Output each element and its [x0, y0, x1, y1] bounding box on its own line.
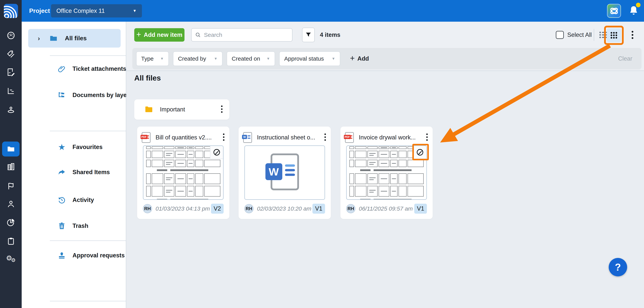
filter-chip-approval-status[interactable]: Approval status ▼	[279, 52, 340, 66]
filter-button[interactable]	[302, 28, 315, 42]
select-all-label: Select All	[567, 32, 592, 38]
project-name: Office Complex 11	[56, 8, 105, 14]
filter-chip-label: Approval status	[284, 56, 324, 62]
sidebar-item-tasks[interactable]	[0, 234, 22, 248]
avatar: RH	[143, 204, 152, 213]
file-thumbnail[interactable]	[143, 145, 224, 200]
version-badge: V2	[211, 204, 224, 214]
file-modified-date: 02/03/2023 10:20 am	[257, 204, 312, 213]
select-all-control[interactable]: Select All	[556, 28, 592, 42]
files-sidebar: › All files Ticket attachments Documents…	[22, 22, 126, 308]
layers-tree-icon	[54, 91, 70, 99]
chevron-down-icon: ▼	[262, 56, 270, 61]
notification-dot	[636, 3, 640, 7]
file-card[interactable]: W Instructional sheet o... W RH 02/03/20…	[238, 126, 331, 219]
flags-icon	[6, 182, 15, 190]
folder-icon	[49, 34, 58, 43]
history-icon	[54, 196, 70, 204]
chevron-right-icon: ›	[38, 34, 40, 42]
kebab-icon	[223, 133, 225, 141]
app-switcher-button[interactable]	[607, 4, 621, 18]
sidebar-item-reports[interactable]	[0, 84, 22, 98]
filter-chip-created-by[interactable]: Created by ▼	[173, 52, 222, 66]
search-input[interactable]	[204, 32, 289, 38]
filter-chip-type[interactable]: Type ▼	[136, 52, 169, 66]
sidebar-item-tags[interactable]	[0, 47, 22, 62]
people-icon	[6, 200, 15, 208]
file-menu-button[interactable]	[324, 133, 326, 142]
edit-circle-icon	[213, 148, 221, 156]
clear-filters-button[interactable]: Clear	[618, 48, 632, 70]
specifications-icon	[6, 162, 15, 171]
brand-logo-icon	[4, 4, 18, 18]
sidebar-item-locate[interactable]	[0, 102, 22, 117]
folder-icon	[144, 105, 154, 114]
files-icon	[6, 144, 15, 154]
chevron-down-icon: ▼	[327, 56, 335, 61]
sidebar-item-analytics[interactable]	[0, 215, 22, 230]
sidebar-item-label: Activity	[72, 196, 94, 204]
sidebar-item-specifications[interactable]	[0, 160, 22, 174]
file-card[interactable]: PDF Bill of quantities v2.... RH 01/03/2…	[137, 126, 229, 219]
stamp-icon	[54, 251, 70, 260]
file-menu-button[interactable]	[223, 133, 225, 142]
version-badge: V1	[312, 204, 325, 214]
annotation-highlight-grid-view	[604, 26, 624, 45]
add-new-item-button[interactable]: + Add new item	[134, 28, 184, 42]
tasks-icon	[6, 237, 15, 246]
more-options-button[interactable]	[628, 30, 637, 40]
divider	[126, 70, 644, 71]
word-document-icon: W	[270, 154, 299, 190]
tags-icon	[6, 50, 15, 59]
help-button[interactable]: ?	[609, 258, 627, 276]
forms-icon	[6, 68, 15, 76]
chevron-down-icon: ▼	[156, 56, 164, 61]
sidebar-item-files[interactable]	[0, 142, 22, 156]
sidebar-item-label: Documents by layers	[72, 92, 132, 98]
sidebar-item-forms[interactable]	[0, 65, 22, 80]
select-all-checkbox[interactable]	[556, 31, 564, 39]
folder-name: Important	[160, 106, 185, 113]
filter-chip-created-on[interactable]: Created on ▼	[227, 52, 275, 66]
dashboard-icon	[6, 31, 15, 40]
file-title: Invoice drywal work...	[359, 134, 416, 141]
filter-funnel-icon	[305, 32, 312, 38]
kebab-icon	[221, 105, 223, 113]
filter-bar: Type ▼ Created by ▼ Created on ▼ Approva…	[132, 48, 642, 70]
sidebar-item-all-files[interactable]: › All files	[28, 29, 121, 48]
trash-icon	[54, 222, 70, 230]
sidebar-item-dashboard[interactable]	[0, 28, 22, 43]
locate-icon	[6, 105, 15, 114]
sidebar-item-label: Approval requests	[72, 252, 125, 259]
file-title: Bill of quantities v2....	[156, 134, 212, 141]
file-card[interactable]: PDF Invoice drywal work... RH 06/11/2025…	[340, 126, 433, 219]
settings-gears-icon: ⚙⚙	[6, 255, 16, 263]
sidebar-item-people[interactable]	[0, 196, 22, 211]
add-new-item-label: Add new item	[144, 32, 182, 38]
app-window: Project Office Complex 11 ▼	[0, 0, 644, 308]
folder-menu-button[interactable]	[221, 105, 223, 114]
plus-icon: +	[350, 54, 355, 63]
folder-card-important[interactable]: Important	[134, 99, 229, 120]
page-title: All files	[134, 74, 161, 82]
top-header-bar: Project Office Complex 11 ▼	[0, 0, 644, 22]
project-selector[interactable]: Office Complex 11 ▼	[51, 4, 142, 18]
sidebar-item-flags[interactable]	[0, 179, 22, 193]
filter-chip-label: Created by	[178, 56, 206, 62]
file-title: Instructional sheet o...	[257, 134, 315, 141]
sidebar-item-project-settings[interactable]: ⚙⚙	[0, 252, 22, 266]
main-content: + Add new item 4 items Select All	[126, 22, 644, 308]
avatar: RH	[346, 204, 355, 213]
app-switcher-icon	[609, 6, 619, 16]
star-icon: ★	[54, 143, 70, 151]
annotate-badge-button[interactable]	[210, 146, 223, 159]
search-field[interactable]	[191, 28, 292, 42]
app-logo[interactable]	[0, 0, 22, 22]
divider	[594, 29, 594, 41]
file-menu-button[interactable]	[426, 133, 428, 142]
icon-rail: ⚙⚙ ›	[0, 22, 22, 308]
filter-chip-label: Type	[141, 56, 154, 62]
add-filter-button[interactable]: + Add	[350, 48, 369, 70]
avatar: RH	[244, 204, 254, 213]
file-thumbnail[interactable]: W	[244, 145, 325, 200]
